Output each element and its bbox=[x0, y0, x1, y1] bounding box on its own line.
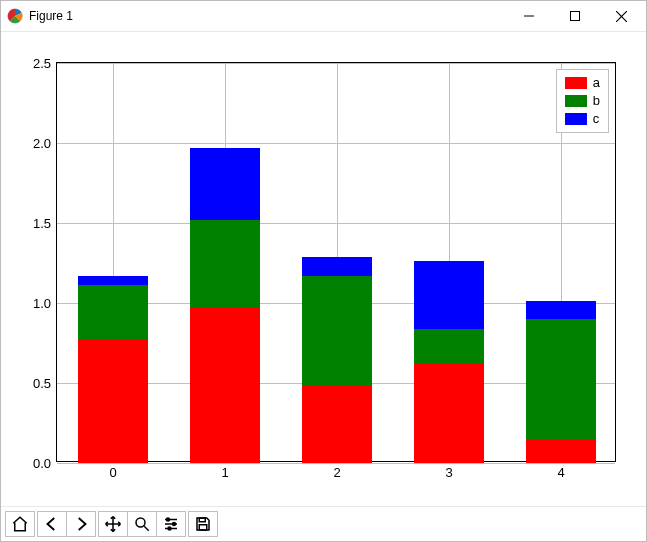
legend-entry: c bbox=[565, 110, 600, 128]
configure-subplots-button[interactable] bbox=[156, 512, 185, 536]
y-tick-label: 2.5 bbox=[33, 56, 57, 71]
bar-segment bbox=[414, 261, 483, 328]
matplotlib-icon bbox=[7, 8, 23, 24]
window-title: Figure 1 bbox=[29, 9, 73, 23]
bar-segment bbox=[302, 276, 371, 386]
legend-swatch bbox=[565, 95, 587, 107]
bar-segment bbox=[78, 285, 147, 339]
bar-segment bbox=[302, 386, 371, 463]
back-button[interactable] bbox=[38, 512, 66, 536]
zoom-button[interactable] bbox=[127, 512, 156, 536]
window-maximize-button[interactable] bbox=[552, 1, 598, 31]
bar-segment bbox=[414, 329, 483, 364]
y-tick-label: 0.5 bbox=[33, 376, 57, 391]
svg-point-5 bbox=[136, 518, 145, 527]
svg-point-12 bbox=[168, 527, 171, 530]
bar-segment bbox=[190, 148, 259, 220]
legend-label: a bbox=[593, 74, 600, 92]
figure-canvas[interactable]: 0.00.51.01.52.02.501234abc bbox=[1, 32, 646, 506]
svg-point-10 bbox=[167, 518, 170, 521]
x-tick-label: 0 bbox=[109, 461, 116, 480]
legend: abc bbox=[556, 69, 609, 133]
bar-segment bbox=[414, 364, 483, 463]
legend-label: b bbox=[593, 92, 600, 110]
grid-line-horizontal bbox=[57, 63, 615, 64]
axes: 0.00.51.01.52.02.501234abc bbox=[56, 62, 616, 462]
bar-segment bbox=[526, 439, 595, 463]
legend-swatch bbox=[565, 77, 587, 89]
svg-rect-14 bbox=[199, 525, 207, 530]
svg-line-6 bbox=[144, 526, 149, 531]
grid-line-horizontal bbox=[57, 143, 615, 144]
legend-swatch bbox=[565, 113, 587, 125]
legend-entry: b bbox=[565, 92, 600, 110]
legend-label: c bbox=[593, 110, 600, 128]
y-tick-label: 2.0 bbox=[33, 136, 57, 151]
bar-segment bbox=[78, 340, 147, 463]
x-tick-label: 4 bbox=[557, 461, 564, 480]
y-tick-label: 1.0 bbox=[33, 296, 57, 311]
figure-window: Figure 1 0.00.51.01.52.02.501234abc bbox=[0, 0, 647, 542]
legend-entry: a bbox=[565, 74, 600, 92]
bar-segment bbox=[302, 257, 371, 276]
nav-toolbar bbox=[1, 506, 646, 541]
save-button[interactable] bbox=[189, 512, 217, 536]
bar-segment bbox=[526, 301, 595, 319]
titlebar: Figure 1 bbox=[1, 1, 646, 32]
x-tick-label: 3 bbox=[445, 461, 452, 480]
bar-segment bbox=[78, 276, 147, 286]
home-button[interactable] bbox=[6, 512, 34, 536]
window-minimize-button[interactable] bbox=[506, 1, 552, 31]
y-tick-label: 0.0 bbox=[33, 456, 57, 471]
x-tick-label: 1 bbox=[221, 461, 228, 480]
window-close-button[interactable] bbox=[598, 1, 644, 31]
forward-button[interactable] bbox=[66, 512, 95, 536]
y-tick-label: 1.5 bbox=[33, 216, 57, 231]
svg-point-11 bbox=[173, 523, 176, 526]
bar-segment bbox=[526, 319, 595, 439]
pan-button[interactable] bbox=[99, 512, 127, 536]
svg-rect-2 bbox=[571, 12, 580, 21]
bar-segment bbox=[190, 308, 259, 463]
grid-line-horizontal bbox=[57, 223, 615, 224]
x-tick-label: 2 bbox=[333, 461, 340, 480]
svg-rect-13 bbox=[199, 518, 205, 522]
bar-segment bbox=[190, 220, 259, 308]
